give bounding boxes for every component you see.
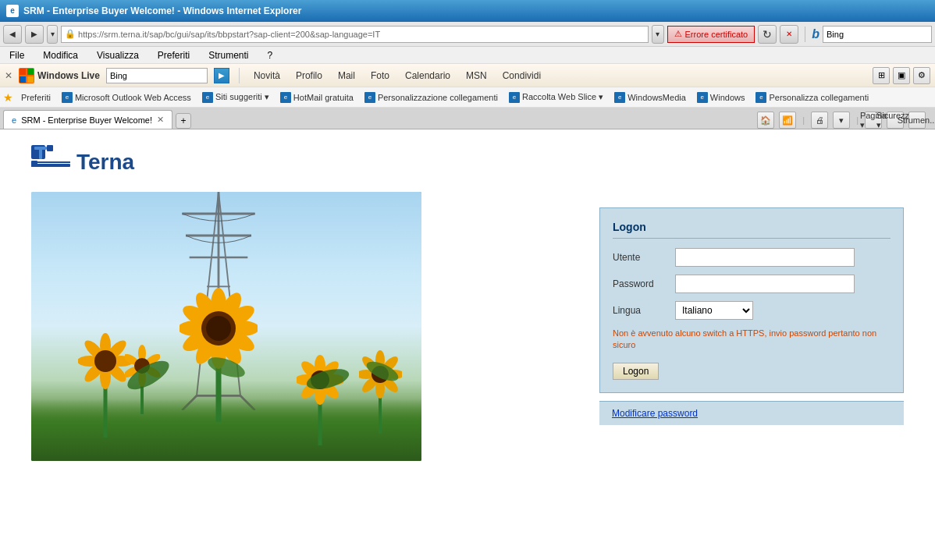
fav-pcol-icon: e <box>755 92 766 103</box>
terna-logo: Terna <box>31 145 568 179</box>
title-bar: e SRM - Enterprise Buyer Welcome! - Wind… <box>0 0 935 22</box>
print-options[interactable]: ▾ <box>833 112 850 129</box>
menu-strumenti[interactable]: Strumenti <box>205 48 251 62</box>
tools-menu[interactable]: Strumen... <box>908 112 926 129</box>
fav-windows-media[interactable]: e WindowsMedia <box>611 90 689 105</box>
home-button[interactable]: 🏠 <box>757 112 774 129</box>
tab-divider: | <box>802 115 805 125</box>
address-box[interactable]: 🔒 https://srm.terna.it/sap/bc/gui/sap/it… <box>61 26 649 43</box>
logon-box: Logon Utente Password Lingua Italiano En… <box>599 207 904 393</box>
url-text: https://srm.terna.it/sap/bc/gui/sap/its/… <box>78 30 380 39</box>
svg-rect-5 <box>47 145 53 151</box>
rss-button[interactable]: 📶 <box>779 112 796 129</box>
password-input[interactable] <box>675 275 855 293</box>
fav-wmedia-icon: e <box>614 92 625 103</box>
forward-button[interactable]: ▶ <box>25 25 44 44</box>
modify-password-link[interactable]: Modificare password <box>612 408 698 419</box>
wl-nav-novita[interactable]: Novità <box>249 69 285 83</box>
wl-nav-foto[interactable]: Foto <box>366 69 394 83</box>
menu-preferiti[interactable]: Preferiti <box>155 48 193 62</box>
menu-visualizza[interactable]: Visualizza <box>94 48 142 62</box>
utente-field: Utente <box>613 248 891 267</box>
windows-live-label: Windows Live <box>37 70 100 81</box>
menu-modifica[interactable]: Modifica <box>40 48 81 62</box>
menu-file[interactable]: File <box>6 48 27 62</box>
search-input[interactable] <box>823 26 932 43</box>
wl-icon-3[interactable]: ⚙ <box>913 67 930 84</box>
terna-logo-icon <box>31 145 70 179</box>
wl-close-button[interactable]: ✕ <box>5 70 12 81</box>
svg-rect-1 <box>27 69 34 75</box>
utente-input[interactable] <box>675 248 855 267</box>
refresh-button[interactable]: ↻ <box>758 25 777 44</box>
fav-hotmail[interactable]: e HotMail gratuita <box>277 90 357 105</box>
warning-message: Non è avvenuto alcuno switch a HTTPS, in… <box>613 328 891 352</box>
left-section: Terna <box>31 145 568 504</box>
wl-right-icons: ⊞ ▣ ⚙ <box>873 67 930 84</box>
svg-point-77 <box>304 365 351 393</box>
fav-windows-icon: e <box>697 92 708 103</box>
wl-nav-profilo[interactable]: Profilo <box>291 69 327 83</box>
svg-point-75 <box>123 356 173 395</box>
svg-point-78 <box>364 358 400 385</box>
right-section: Logon Utente Password Lingua Italiano En… <box>599 145 904 504</box>
wl-nav-msn[interactable]: MSN <box>461 69 492 83</box>
back-button[interactable]: ◀ <box>3 25 22 44</box>
logon-title: Logon <box>613 221 891 239</box>
menu-help[interactable]: ? <box>265 48 276 62</box>
new-tab-button[interactable]: + <box>176 113 191 129</box>
wl-search-input[interactable] <box>106 68 208 83</box>
cert-error-button[interactable]: ⚠ Errore certificato <box>667 26 755 43</box>
fav-personalizzazione[interactable]: e Personalizzazione collegamenti <box>361 90 501 105</box>
lingua-select[interactable]: Italiano English Deutsch Français <box>675 301 753 320</box>
fav-siti-icon: e <box>202 92 213 103</box>
address-dropdown[interactable]: ▾ <box>652 25 664 44</box>
wl-nav-calendario[interactable]: Calendario <box>400 69 455 83</box>
svg-rect-8 <box>31 164 70 167</box>
window-title: SRM - Enterprise Buyer Welcome! - Window… <box>23 5 301 16</box>
tab-title: SRM - Enterprise Buyer Welcome! <box>21 115 152 125</box>
active-tab[interactable]: e SRM - Enterprise Buyer Welcome! ✕ <box>3 110 172 129</box>
fav-outlook-icon: e <box>62 92 73 103</box>
stop-button[interactable]: ✕ <box>780 25 798 44</box>
fav-hotmail-icon: e <box>280 92 291 103</box>
bing-logo: b <box>812 27 819 41</box>
fav-preferiti[interactable]: Preferiti <box>18 91 54 104</box>
tab-favicon: e <box>12 115 16 125</box>
logon-button[interactable]: Logon <box>613 363 659 380</box>
divider <box>805 27 805 42</box>
fav-personalizza-col[interactable]: e Personalizza collegamenti <box>752 90 872 105</box>
main-content: Terna <box>0 129 935 519</box>
svg-rect-3 <box>27 76 34 83</box>
wl-nav-mail[interactable]: Mail <box>333 69 360 83</box>
fav-raccolta-icon: e <box>509 92 520 103</box>
fav-siti-suggeriti[interactable]: e Siti suggeriti ▾ <box>199 90 272 105</box>
svg-rect-2 <box>20 76 26 83</box>
menu-bar: File Modifica Visualizza Preferiti Strum… <box>0 47 935 64</box>
wl-nav-condividi[interactable]: Condividi <box>498 69 546 83</box>
fav-personalizzazione-icon: e <box>364 92 375 103</box>
tab-bar: e SRM - Enterprise Buyer Welcome! ✕ + 🏠 … <box>0 108 935 129</box>
print-button[interactable]: 🖨 <box>811 112 828 129</box>
fav-outlook[interactable]: e Microsoft Outlook Web Access <box>59 90 194 105</box>
address-bar: ◀ ▶ ▾ 🔒 https://srm.terna.it/sap/bc/gui/… <box>0 22 935 47</box>
dropdown-button[interactable]: ▾ <box>47 25 58 44</box>
tab-close[interactable]: ✕ <box>157 115 164 125</box>
wl-icon-1[interactable]: ⊞ <box>873 67 890 84</box>
fav-windows[interactable]: e Windows <box>694 90 748 105</box>
wl-search-button[interactable]: ▶ <box>214 68 229 83</box>
tab-divider2: | <box>856 115 859 125</box>
wl-divider1 <box>239 68 240 83</box>
windows-live-logo: Windows Live <box>19 68 100 83</box>
svg-point-76 <box>205 353 247 381</box>
wl-icon-2[interactable]: ▣ <box>893 67 910 84</box>
windows-live-icon <box>19 68 34 83</box>
fav-raccolta[interactable]: e Raccolta Web Slice ▾ <box>506 90 606 105</box>
password-label: Password <box>613 278 675 289</box>
leaves <box>109 321 421 399</box>
flowers-area <box>31 289 421 461</box>
lingua-field: Lingua Italiano English Deutsch Français <box>613 301 891 320</box>
password-field: Password <box>613 275 891 293</box>
hero-image <box>31 192 421 461</box>
utente-label: Utente <box>613 252 675 263</box>
